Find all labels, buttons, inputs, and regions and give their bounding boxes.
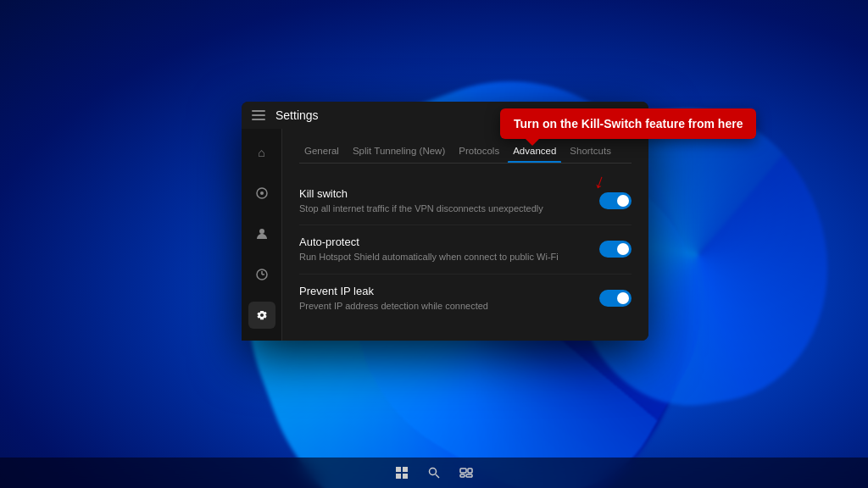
- kill-switch-toggle[interactable]: [599, 192, 632, 209]
- svg-rect-12: [460, 469, 466, 473]
- tab-protocols[interactable]: Protocols: [453, 142, 504, 163]
- svg-rect-7: [403, 467, 408, 472]
- tab-general[interactable]: General: [299, 142, 344, 163]
- tabs-bar: General Split Tunneling (New) Protocols …: [299, 142, 632, 164]
- prevent-ip-leak-toggle[interactable]: [599, 290, 632, 307]
- setting-kill-switch-desc: Stop all internet traffic if the VPN dis…: [299, 202, 589, 214]
- sidebar: ⌂: [242, 129, 282, 341]
- settings-list: Kill switch Stop all internet traffic if…: [299, 177, 632, 322]
- taskbar-search-button[interactable]: [420, 459, 448, 486]
- svg-line-11: [436, 474, 439, 478]
- setting-kill-switch: Kill switch Stop all internet traffic if…: [299, 177, 632, 225]
- main-content: General Split Tunneling (New) Protocols …: [282, 129, 648, 341]
- svg-point-2: [259, 229, 264, 234]
- auto-protect-toggle-track[interactable]: [599, 241, 632, 258]
- setting-kill-switch-title: Kill switch: [299, 187, 589, 200]
- hamburger-line-3: [252, 119, 265, 120]
- taskbar-start-button[interactable]: [388, 459, 415, 486]
- setting-auto-protect-desc: Run Hotspot Shield automatically when co…: [299, 251, 589, 263]
- setting-kill-switch-info: Kill switch Stop all internet traffic if…: [299, 187, 589, 214]
- setting-prevent-ip-leak: Prevent IP leak Prevent IP address detec…: [299, 274, 632, 322]
- title-bar-left: Settings: [252, 108, 319, 122]
- callout-text: Turn on the Kill-Switch feature from her…: [514, 117, 743, 130]
- auto-protect-toggle-thumb: [617, 243, 629, 255]
- sidebar-item-history[interactable]: [248, 261, 275, 288]
- setting-prevent-ip-leak-info: Prevent IP leak Prevent IP address detec…: [299, 285, 589, 312]
- taskbar: [0, 458, 868, 488]
- tab-shortcuts[interactable]: Shortcuts: [565, 142, 616, 163]
- svg-rect-14: [460, 474, 465, 477]
- setting-auto-protect-title: Auto-protect: [299, 236, 589, 248]
- kill-switch-toggle-track[interactable]: [599, 192, 632, 209]
- sidebar-item-home[interactable]: ⌂: [248, 139, 275, 166]
- kill-switch-toggle-thumb: [617, 195, 629, 207]
- prevent-ip-leak-toggle-thumb: [617, 292, 629, 304]
- setting-auto-protect-info: Auto-protect Run Hotspot Shield automati…: [299, 236, 589, 263]
- setting-prevent-ip-leak-title: Prevent IP leak: [299, 285, 589, 297]
- tab-split-tunneling[interactable]: Split Tunneling (New): [348, 142, 450, 163]
- callout-banner: Turn on the Kill-Switch feature from her…: [500, 108, 756, 139]
- svg-rect-9: [403, 474, 408, 479]
- hamburger-line-1: [252, 110, 265, 112]
- window-body: ⌂: [242, 129, 648, 341]
- hamburger-menu-button[interactable]: [252, 110, 265, 120]
- svg-point-10: [430, 469, 437, 475]
- svg-rect-15: [466, 474, 472, 477]
- svg-point-1: [260, 191, 264, 195]
- sidebar-item-account[interactable]: [248, 220, 275, 247]
- sidebar-item-settings[interactable]: [248, 302, 275, 329]
- sidebar-item-speed[interactable]: [248, 180, 275, 207]
- auto-protect-toggle[interactable]: [599, 241, 632, 258]
- prevent-ip-leak-toggle-track[interactable]: [599, 290, 632, 307]
- taskbar-task-view-button[interactable]: [453, 459, 480, 486]
- setting-prevent-ip-leak-desc: Prevent IP address detection while conne…: [299, 300, 589, 312]
- setting-auto-protect: Auto-protect Run Hotspot Shield automati…: [299, 225, 632, 274]
- taskbar-icons: [388, 459, 480, 486]
- window-title: Settings: [275, 108, 319, 122]
- svg-rect-6: [396, 467, 401, 472]
- svg-rect-13: [468, 469, 472, 473]
- svg-rect-8: [396, 474, 401, 479]
- hamburger-line-2: [252, 114, 265, 116]
